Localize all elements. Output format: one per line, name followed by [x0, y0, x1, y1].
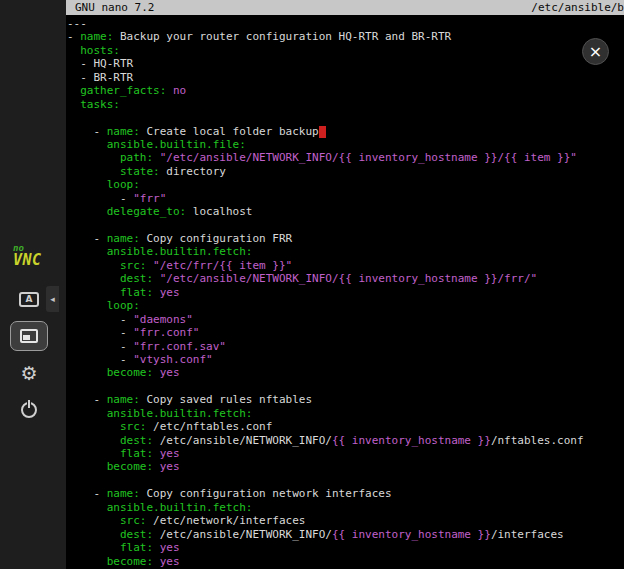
editor-line: dest: /etc/ansible/NETWORK_INFO/{{ inven…: [67, 434, 624, 447]
editor-line: - name: Create local folder backup: [67, 125, 624, 138]
code-segment: [67, 514, 120, 527]
editor-line: src: "/etc/frr/{{ item }}": [67, 259, 624, 272]
editor-line: loop:: [67, 299, 624, 312]
editor-line: flat: yes: [67, 541, 624, 554]
code-segment: dest:: [120, 528, 153, 541]
code-segment: yes: [153, 460, 180, 473]
editor-line: - name: Copy configuration FRR: [67, 232, 624, 245]
control-bar-collapse-handle[interactable]: ◂: [46, 286, 59, 312]
code-segment: [67, 245, 107, 258]
code-segment: [67, 286, 120, 299]
power-button[interactable]: [10, 395, 48, 425]
code-segment: -: [67, 30, 80, 43]
code-segment: src:: [120, 259, 147, 272]
code-segment: ansible.builtin.fetch:: [107, 501, 253, 514]
code-segment: yes: [153, 447, 180, 460]
editor-line: path: "/etc/ansible/NETWORK_INFO/{{ inve…: [67, 151, 624, 164]
code-segment: -: [67, 125, 107, 138]
code-segment: "frr": [133, 192, 166, 205]
code-segment: gather_facts:: [80, 84, 166, 97]
vnc-control-bar: no VNC A ⚙ ◂: [0, 0, 66, 569]
editor-line: ansible.builtin.fetch:: [67, 407, 624, 420]
code-segment: ---: [67, 17, 87, 30]
code-segment: yes: [153, 555, 180, 568]
editor-line: ansible.builtin.fetch:: [67, 245, 624, 258]
code-segment: name:: [80, 30, 113, 43]
code-segment: [67, 420, 120, 433]
editor-line: ansible.builtin.fetch:: [67, 501, 624, 514]
power-icon: [21, 402, 37, 418]
code-segment: [67, 366, 107, 379]
vnc-logo: no VNC: [13, 244, 42, 268]
editor-line: dest: "/etc/ansible/NETWORK_INFO/{{ inve…: [67, 272, 624, 285]
editor-line: - name: Copy saved rules nftables: [67, 393, 624, 406]
editor-line: hosts:: [67, 44, 624, 57]
editor-line: become: yes: [67, 460, 624, 473]
terminal-window: GNU nano 7.2 /etc/ansible/b ---- name: B…: [66, 0, 624, 569]
vnc-logo-text: VNC: [13, 253, 42, 268]
editor-line: - name: Copy configuration network inter…: [67, 487, 624, 500]
code-segment: become:: [107, 366, 153, 379]
code-segment: [67, 98, 80, 111]
code-segment: [67, 138, 107, 151]
code-segment: ansible.builtin.file:: [107, 138, 246, 151]
editor-line: - BR-RTR: [67, 71, 624, 84]
code-segment: become:: [107, 460, 153, 473]
code-segment: /nftables.conf: [491, 434, 584, 447]
code-segment: tasks:: [80, 98, 120, 111]
chevron-left-icon: ◂: [50, 294, 55, 304]
code-segment: "frr.conf.sav": [133, 340, 226, 353]
close-button[interactable]: ×: [582, 38, 609, 65]
code-segment: dest:: [120, 272, 153, 285]
code-segment: [67, 165, 120, 178]
editor-line: src: /etc/nftables.conf: [67, 420, 624, 433]
code-segment: delegate_to:: [107, 205, 186, 218]
code-segment: "daemons": [133, 313, 193, 326]
fullscreen-button[interactable]: [10, 321, 48, 351]
settings-button[interactable]: ⚙: [10, 358, 48, 388]
code-segment: src:: [120, 514, 147, 527]
code-segment: [67, 407, 107, 420]
code-segment: "/etc/ansible/NETWORK_INFO/{{ inventory_…: [153, 272, 537, 285]
code-segment: become:: [107, 555, 153, 568]
code-segment: Backup your router configuration HQ-RTR …: [113, 30, 451, 43]
code-segment: /etc/nftables.conf: [146, 420, 272, 433]
editor-line: dest: /etc/ansible/NETWORK_INFO/{{ inven…: [67, 528, 624, 541]
code-segment: [67, 434, 120, 447]
code-segment: [67, 501, 107, 514]
code-segment: -: [67, 487, 107, 500]
code-segment: -: [67, 313, 133, 326]
code-segment: yes: [153, 541, 180, 554]
nano-titlebar: GNU nano 7.2 /etc/ansible/b: [66, 0, 624, 15]
code-segment: flat:: [120, 447, 153, 460]
code-segment: [67, 299, 107, 312]
code-segment: /interfaces: [491, 528, 564, 541]
code-segment: -: [67, 353, 133, 366]
code-segment: yes: [153, 286, 180, 299]
code-segment: "frr.conf": [133, 326, 199, 339]
code-segment: Copy saved rules nftables: [140, 393, 312, 406]
code-segment: -: [67, 326, 133, 339]
close-icon: ×: [589, 44, 602, 60]
editor-line: - name: Backup your router configuration…: [67, 30, 624, 43]
vnc-screen: no VNC A ⚙ ◂ GNU nano 7.2 /etc/ansible/b: [0, 0, 624, 569]
code-segment: [67, 447, 120, 460]
editor-content[interactable]: ---- name: Backup your router configurat…: [66, 15, 624, 568]
editor-line: ansible.builtin.file:: [67, 138, 624, 151]
editor-line: tasks:: [67, 98, 624, 111]
code-segment: [67, 272, 120, 285]
code-segment: localhost: [186, 205, 252, 218]
code-segment: [67, 151, 120, 164]
editor-line: - "daemons": [67, 313, 624, 326]
code-segment: [67, 44, 80, 57]
code-segment: -: [67, 393, 107, 406]
editor-line: delegate_to: localhost: [67, 205, 624, 218]
code-segment: [67, 84, 80, 97]
editor-line: - "frr": [67, 192, 624, 205]
keyboard-button[interactable]: A: [10, 284, 48, 314]
code-segment: Copy configuration FRR: [140, 232, 292, 245]
editor-line: [67, 219, 624, 232]
code-segment: no: [166, 84, 186, 97]
code-segment: Copy configuration network interfaces: [140, 487, 392, 500]
editor-line: ---: [67, 17, 624, 30]
